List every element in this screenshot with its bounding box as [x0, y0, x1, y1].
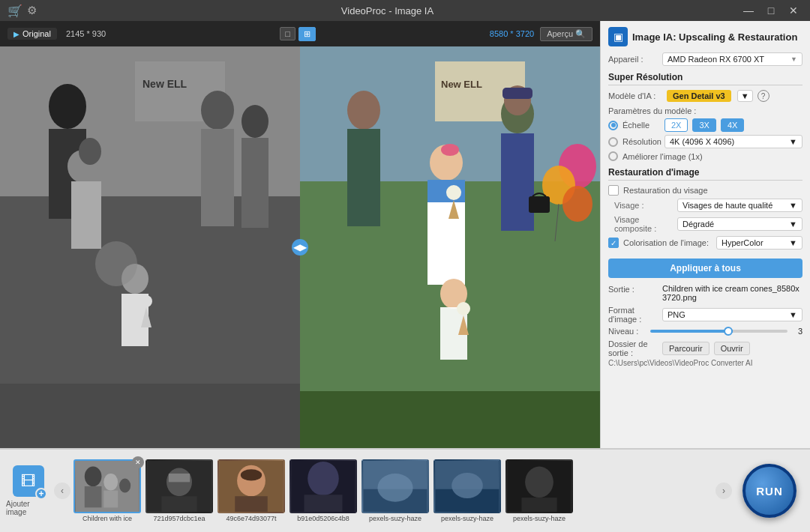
film-label-2: 49c6e74d93077t [218, 515, 285, 522]
resolution-radio[interactable] [608, 137, 618, 147]
svg-point-41 [562, 186, 592, 222]
bw-image-svg: New ELL [0, 46, 300, 448]
format-row: Format d'image : PNG ▼ [608, 305, 802, 324]
apercu-label: Aperçu [547, 29, 573, 38]
film-label-3: b91e0d5206c4b8 [290, 515, 357, 522]
chevron-down-icon: ▼ [790, 55, 797, 63]
format-dropdown[interactable]: PNG ▼ [662, 308, 802, 321]
ameliorer-label: Améliorer l'image (1x) [622, 152, 703, 161]
film-item-2[interactable]: 49c6e74d93077t [218, 459, 285, 522]
svg-point-14 [201, 91, 234, 130]
split-handle[interactable]: ◀▶ [291, 46, 309, 448]
film-thumb-1 [146, 459, 213, 513]
svg-point-37 [457, 302, 470, 315]
super-resolution-title: Super Résolution [608, 72, 802, 85]
colorisation-value: HyperColor [722, 238, 764, 247]
film-item-0[interactable]: ✕ Children with ice [74, 459, 141, 522]
film-next-button[interactable]: › [716, 483, 732, 499]
film-close-0[interactable]: ✕ [132, 456, 144, 468]
svg-rect-72 [521, 498, 556, 512]
niveau-value: 3 [792, 327, 802, 336]
visage-composite-dropdown[interactable]: Dégradé ▼ [677, 217, 802, 231]
resolution-dropdown[interactable]: 4K (4096 X 4096) ▼ [664, 135, 802, 148]
parcourir-button[interactable]: Parcourir [662, 342, 710, 355]
svg-point-33 [446, 185, 461, 200]
restauration-visage-row: Restauration du visage [608, 185, 802, 196]
gear-icon[interactable]: ⚙ [27, 4, 37, 17]
chevron-down-icon: ▼ [741, 91, 749, 100]
scale-2x-button[interactable]: 2X [664, 118, 688, 132]
colorisation-checkbox[interactable]: ✓ [608, 238, 619, 248]
ameliorer-row: Améliorer l'image (1x) [608, 151, 802, 161]
logo-icon: ▣ [614, 31, 623, 43]
svg-point-60 [241, 469, 262, 480]
film-item-4[interactable]: pexels-suzy-haze [362, 459, 429, 522]
filmstrip: 🎞 + Ajouter image ‹ ✕ Children with ice [0, 448, 810, 532]
add-image-button[interactable]: 🎞 + Ajouter image [6, 465, 51, 516]
color-image-svg: New ELL [300, 46, 600, 448]
ouvrir-button[interactable]: Ouvrir [714, 342, 750, 355]
film-item-5[interactable]: pexels-suzy-haze [434, 459, 501, 522]
model-dropdown[interactable]: ▼ [737, 90, 753, 102]
view-toggle: □ ⊞ [112, 27, 484, 41]
settings-panel: ▣ Image IA: Upscaling & Restauration App… [600, 21, 810, 448]
sortie-label: Sortie : [608, 284, 662, 294]
svg-rect-43 [529, 196, 550, 213]
cart-icon[interactable]: 🛒 [8, 4, 22, 18]
film-icon: 🎞 [21, 473, 36, 490]
svg-point-66 [377, 474, 412, 502]
add-icon-wrap: 🎞 + [13, 465, 44, 497]
film-prev-button[interactable]: ‹ [54, 483, 70, 499]
appareil-dropdown[interactable]: AMD Radeon RX 6700 XT ▼ [662, 52, 802, 66]
colorisation-dropdown[interactable]: HyperColor ▼ [716, 236, 802, 250]
scale-4x-button[interactable]: 4X [721, 118, 744, 132]
params-label: Paramètres du modèle : [608, 106, 802, 115]
chevron-down-icon: ▼ [789, 201, 797, 210]
svg-rect-56 [169, 474, 190, 482]
apercu-button[interactable]: Aperçu 🔍 [540, 27, 592, 41]
film-item-1[interactable]: 721d957dcbc1ea [146, 459, 213, 522]
minimize-button[interactable]: — [738, 2, 759, 19]
chevron-down-icon: ▼ [789, 137, 797, 146]
output-dimensions: 8580 * 3720 [490, 29, 534, 38]
maximize-button[interactable]: □ [760, 2, 782, 19]
scale-3x-button[interactable]: 3X [692, 118, 716, 132]
film-label-4: pexels-suzy-haze [362, 515, 429, 522]
echelle-radio[interactable] [608, 121, 618, 130]
model-badge: Gen Detail v3 [667, 90, 731, 102]
close-button[interactable]: ✕ [783, 2, 804, 19]
panel-header: ▣ Image IA: Upscaling & Restauration [608, 27, 802, 46]
split-handle-btn[interactable]: ◀▶ [292, 239, 308, 256]
svg-point-18 [95, 241, 137, 286]
ameliorer-radio[interactable] [608, 151, 618, 161]
niveau-label: Niveau : [608, 327, 646, 336]
svg-rect-63 [304, 495, 343, 512]
window-controls: — □ ✕ [738, 2, 804, 19]
appareil-label: Appareil : [608, 55, 662, 64]
chevron-down-icon: ▼ [789, 220, 797, 229]
film-item-3[interactable]: b91e0d5206c4b8 [290, 459, 357, 522]
panel-title: Image IA: Upscaling & Restauration [632, 31, 797, 43]
niveau-slider[interactable] [650, 330, 788, 333]
model-ia-label: Modèle d'IA : [608, 91, 662, 100]
svg-point-8 [79, 138, 101, 165]
visage-dropdown[interactable]: Visages de haute qualité ▼ [677, 199, 802, 212]
film-item-6[interactable]: pexels-suzy-haze [506, 459, 573, 522]
visage-value: Visages de haute qualité [682, 201, 772, 210]
niveau-thumb[interactable] [724, 327, 733, 336]
restauration-visage-checkbox[interactable] [608, 185, 619, 196]
apply-all-button[interactable]: Appliquer à tous [608, 259, 802, 278]
visage-composite-value: Dégradé [682, 220, 714, 229]
svg-point-62 [308, 462, 339, 495]
appareil-row: Appareil : AMD Radeon RX 6700 XT ▼ [608, 52, 802, 66]
view-btn-single[interactable]: □ [280, 27, 296, 40]
svg-point-44 [347, 91, 380, 130]
svg-point-32 [441, 144, 459, 156]
view-btn-split[interactable]: ⊞ [298, 27, 316, 41]
play-icon: ▶ [14, 30, 20, 38]
dossier-row: Dossier de sortie : Parcourir Ouvrir [608, 339, 802, 357]
format-value: PNG [668, 310, 686, 319]
add-plus-icon: + [35, 488, 47, 500]
run-button[interactable]: RUN [742, 464, 796, 518]
help-button[interactable]: ? [758, 90, 770, 102]
